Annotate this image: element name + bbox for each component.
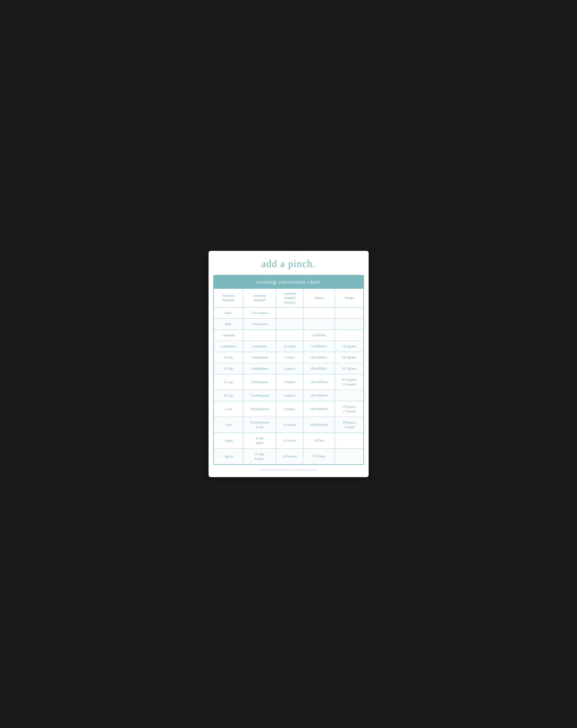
cell-col1: 1 teaspoon bbox=[214, 330, 243, 341]
cell-col1: 1/2 cup bbox=[214, 374, 243, 390]
table-header-row: AmericanStandard AmericanStandard Americ… bbox=[214, 289, 363, 307]
cell-col1: 1 cup bbox=[214, 401, 243, 417]
table-row: 1/8 cup2 tablespoons1 ounce30 milliliter… bbox=[214, 352, 363, 363]
cell-col5 bbox=[335, 390, 363, 401]
cell-col3: 8 ounces bbox=[276, 401, 303, 417]
cell-col2: 2 tablespoons bbox=[243, 352, 276, 363]
cell-col5: 28.3 grams bbox=[335, 352, 363, 363]
cell-col1: 1/4 cup bbox=[214, 363, 243, 374]
table-row: 1 cup16 tablespoons8 ounces240 millilite… bbox=[214, 401, 363, 417]
cell-col1: 1 tablespoon bbox=[214, 341, 243, 352]
cell-col4: 30 milliliters bbox=[303, 352, 335, 363]
table-row: pinch1/16 teaspoon bbox=[214, 308, 363, 319]
cell-col2: 1/8 teaspoon bbox=[243, 319, 276, 330]
header-col2: AmericanStandard bbox=[243, 289, 276, 307]
cell-col4: 120 milliliters bbox=[303, 374, 335, 390]
conversion-table: AmericanStandard AmericanStandard Americ… bbox=[214, 289, 363, 464]
cell-col4: 5 milliliters bbox=[303, 330, 335, 341]
cell-col4: .95 liter bbox=[303, 433, 335, 449]
cell-col1: 1 gallon bbox=[214, 449, 243, 464]
cell-col2: 8 tablespoons bbox=[243, 374, 276, 390]
cell-col1: 3/4 cup bbox=[214, 390, 243, 401]
cell-col2: 4 tablespoons bbox=[243, 363, 276, 374]
cell-col2: 12 tablespoons bbox=[243, 390, 276, 401]
cell-col2 bbox=[243, 330, 276, 341]
cell-col5 bbox=[335, 433, 363, 449]
header-col5: Weight bbox=[335, 289, 363, 307]
cell-col1: 1/8 cup bbox=[214, 352, 243, 363]
cell-col1: 1 quart bbox=[214, 433, 243, 449]
cell-col4: 180 milliliters bbox=[303, 390, 335, 401]
cell-col1: 1 pint bbox=[214, 417, 243, 433]
table-row: 1 gallon16 cups4 quarts128 ounces3.79 li… bbox=[214, 449, 363, 464]
cell-col3 bbox=[276, 308, 303, 319]
cell-col3: 32 ounces bbox=[276, 433, 303, 449]
cell-col5: 450 grams1 pound bbox=[335, 417, 363, 433]
cell-col5: 225 grams1/2 pound bbox=[335, 401, 363, 417]
cell-col1: dash bbox=[214, 319, 243, 330]
table-row: 1 quart4 cups2pints32 ounces.95 liter bbox=[214, 433, 363, 449]
cell-col3 bbox=[276, 330, 303, 341]
chart-title: cooking conversion chart bbox=[214, 275, 363, 289]
table-row: 1 pint32 tablespoons2 cups16 ounces500 m… bbox=[214, 417, 363, 433]
cell-col4: 15 milliliters bbox=[303, 341, 335, 352]
table-row: 3/4 cup12 tablespoons6 ounces180 millili… bbox=[214, 390, 363, 401]
cell-col5: 113.4 grams1/4 pound bbox=[335, 374, 363, 390]
cell-col4: 240 milliliters bbox=[303, 401, 335, 417]
cell-col3: 16 ounces bbox=[276, 417, 303, 433]
cell-col4: 60 milliliters bbox=[303, 363, 335, 374]
cell-col2: 4 cups2pints bbox=[243, 433, 276, 449]
cell-col4: 3.79 liters bbox=[303, 449, 335, 464]
table-row: 1/4 cup4 tablespoons2 ounces60 millilite… bbox=[214, 363, 363, 374]
header-col3: AmericanStandard(Ounces) bbox=[276, 289, 303, 307]
footer: www.addapinch.com ©2014 • for personal u… bbox=[208, 468, 369, 471]
cell-col2: 3 teaspoons bbox=[243, 341, 276, 352]
cell-col5 bbox=[335, 319, 363, 330]
cell-col5 bbox=[335, 449, 363, 464]
page: add a pinch. cooking conversion chart Am… bbox=[208, 251, 369, 477]
cell-col5 bbox=[335, 330, 363, 341]
cell-col3: 6 ounces bbox=[276, 390, 303, 401]
cell-col5: 56.7 grams bbox=[335, 363, 363, 374]
table-row: dash1/8 teaspoon bbox=[214, 319, 363, 330]
logo: add a pinch. bbox=[261, 258, 316, 269]
cell-col2: 16 cups4 quarts bbox=[243, 449, 276, 464]
cell-col3 bbox=[276, 319, 303, 330]
cell-col3: 1/2 ounce bbox=[276, 341, 303, 352]
cell-col3: 4 ounces bbox=[276, 374, 303, 390]
table-row: 1 teaspoon5 milliliters bbox=[214, 330, 363, 341]
cell-col4 bbox=[303, 308, 335, 319]
cell-col4 bbox=[303, 319, 335, 330]
pinch-word: i bbox=[294, 258, 297, 269]
logo-section: add a pinch. bbox=[208, 251, 369, 275]
table-row: 1/2 cup8 tablespoons4 ounces120 millilit… bbox=[214, 374, 363, 390]
cell-col5: 14.3 grams bbox=[335, 341, 363, 352]
header-col1: AmericanStandard bbox=[214, 289, 243, 307]
cell-col1: pinch bbox=[214, 308, 243, 319]
table-row: 1 tablespoon3 teaspoons1/2 ounce15 milli… bbox=[214, 341, 363, 352]
header-col4: Volume bbox=[303, 289, 335, 307]
cell-col2: 32 tablespoons2 cups bbox=[243, 417, 276, 433]
cell-col3: 128 ounces bbox=[276, 449, 303, 464]
chart-container: cooking conversion chart AmericanStandar… bbox=[213, 275, 364, 465]
cell-col3: 1 ounce bbox=[276, 352, 303, 363]
cell-col5 bbox=[335, 308, 363, 319]
cell-col2: 1/16 teaspoon bbox=[243, 308, 276, 319]
cell-col2: 16 tablespoons bbox=[243, 401, 276, 417]
cell-col3: 2 ounces bbox=[276, 363, 303, 374]
cell-col4: 500 milliliters bbox=[303, 417, 335, 433]
